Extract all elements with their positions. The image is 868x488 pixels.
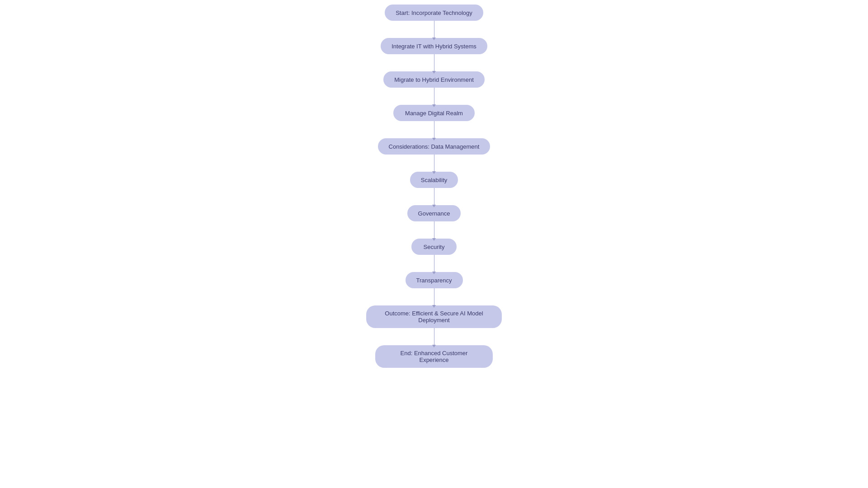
node-security[interactable]: Security [411, 239, 457, 255]
node-scalability[interactable]: Scalability [410, 172, 458, 188]
node-outcome[interactable]: Outcome: Efficient & Secure AI Model Dep… [366, 305, 502, 328]
node-transparency[interactable]: Transparency [406, 272, 463, 288]
connector-7 [434, 221, 434, 239]
connector-4 [434, 121, 434, 138]
node-integrate[interactable]: Integrate IT with Hybrid Systems [381, 38, 487, 54]
connector-8 [434, 255, 434, 272]
diagram-container: Start: Incorporate Technology Integrate … [0, 0, 868, 368]
node-manage[interactable]: Manage Digital Realm [393, 105, 475, 121]
node-considerations[interactable]: Considerations: Data Management [378, 138, 491, 155]
node-governance[interactable]: Governance [407, 205, 461, 221]
node-end[interactable]: End: Enhanced Customer Experience [375, 345, 493, 368]
connector-6 [434, 188, 434, 205]
connector-5 [434, 155, 434, 172]
connector-9 [434, 288, 434, 305]
connector-10 [434, 328, 434, 345]
connector-3 [434, 88, 434, 105]
connector-2 [434, 54, 434, 71]
connector-1 [434, 21, 434, 38]
node-migrate[interactable]: Migrate to Hybrid Environment [383, 71, 485, 88]
node-start[interactable]: Start: Incorporate Technology [385, 5, 483, 21]
